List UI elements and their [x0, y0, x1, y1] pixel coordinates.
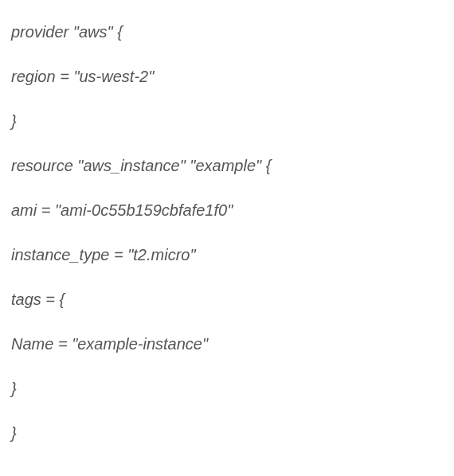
- code-line: resource "aws_instance" "example" {: [11, 156, 443, 175]
- code-line: tags = {: [11, 290, 443, 309]
- code-line: instance_type = "t2.micro": [11, 245, 443, 264]
- code-line: region = "us-west-2": [11, 67, 443, 86]
- code-line: ami = "ami-0c55b159cbfafe1f0": [11, 201, 443, 220]
- code-line: }: [11, 111, 443, 131]
- code-block: provider "aws" { region = "us-west-2" } …: [11, 22, 443, 443]
- code-line: }: [11, 423, 443, 443]
- code-line: Name = "example-instance": [11, 334, 443, 353]
- code-line: provider "aws" {: [11, 22, 443, 41]
- code-line: }: [11, 379, 443, 398]
